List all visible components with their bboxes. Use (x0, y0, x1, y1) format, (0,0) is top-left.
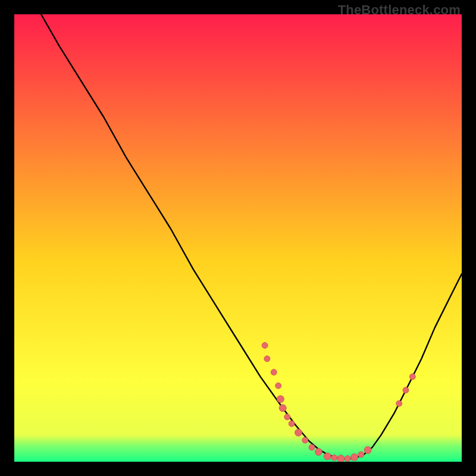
data-marker (279, 405, 286, 412)
data-marker (289, 421, 295, 427)
data-marker (309, 444, 315, 450)
data-marker (358, 452, 364, 458)
chart-frame (14, 14, 462, 462)
data-marker (364, 446, 371, 453)
data-marker (275, 383, 281, 389)
data-marker (295, 429, 302, 436)
data-marker (315, 449, 322, 456)
data-marker (302, 437, 308, 443)
data-marker (277, 396, 284, 403)
data-marker (403, 387, 409, 393)
data-marker (351, 454, 358, 461)
data-marker (331, 455, 337, 461)
data-marker (409, 374, 415, 380)
data-marker (396, 400, 402, 406)
data-marker (271, 369, 277, 375)
data-marker (284, 414, 290, 420)
data-marker (345, 456, 350, 462)
data-marker (262, 343, 268, 349)
watermark-text: TheBottleneck.com (338, 2, 461, 18)
chart-svg (14, 14, 462, 462)
data-marker (337, 455, 345, 462)
data-marker (324, 453, 331, 460)
data-marker (264, 356, 270, 362)
